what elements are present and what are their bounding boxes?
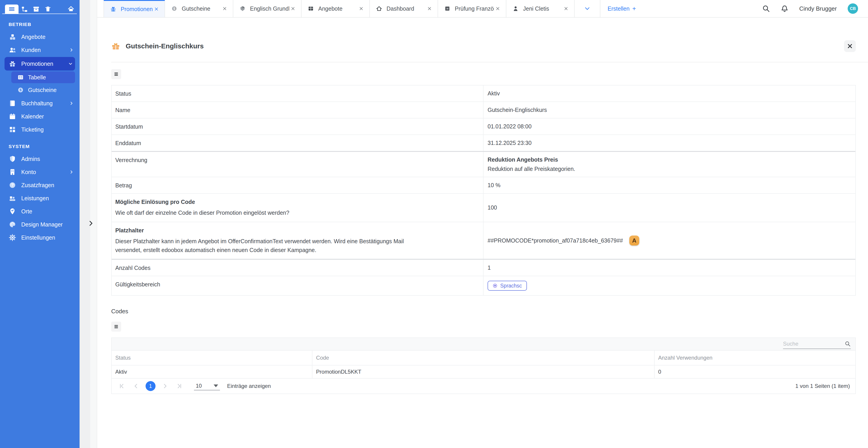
sidebar-subitem-label: Tabelle — [28, 74, 46, 81]
sidebar-item-kunden[interactable]: Kunden — [0, 43, 80, 57]
tabs-overflow-button[interactable] — [575, 0, 600, 17]
sidebar-item-label: Ticketing — [21, 126, 74, 133]
book-icon — [8, 99, 16, 107]
sidebar-item-design-manager[interactable]: Design Manager — [0, 218, 80, 231]
home-tool-button[interactable] — [65, 4, 77, 13]
column-header-code[interactable]: Code — [312, 351, 654, 365]
sidebar-item-zusatzfragen[interactable]: ? Zusatzfragen — [0, 179, 80, 192]
close-detail-button[interactable] — [844, 40, 856, 52]
codes-table: Status Code Anzahl Verwendungen Aktiv Pr… — [111, 338, 856, 394]
codes-pagination: 1 10 Einträge anzeigen 1 von 1 Seiten (1… — [112, 379, 855, 393]
column-header-verwendungen[interactable]: Anzahl Verwendungen — [655, 351, 855, 365]
bell-icon[interactable] — [781, 5, 788, 12]
codes-toolbar — [112, 338, 855, 351]
tab-label: Angebote — [318, 5, 358, 12]
tab-label: Promotionen — [121, 6, 153, 12]
sidebar-item-angebote[interactable]: Angebote — [0, 30, 80, 43]
sidebar-item-orte[interactable]: Orte — [0, 205, 80, 218]
detail-menu-button[interactable] — [111, 69, 121, 79]
tab-angebote[interactable]: Angebote — [302, 0, 370, 17]
page-title: Gutschein-Englischkurs — [126, 42, 204, 50]
tab-dashboard[interactable]: Dashboard — [370, 0, 438, 17]
panel-gutter — [80, 0, 97, 448]
tab-label: Prüfung Französi... — [455, 5, 494, 12]
sidebar-item-konto[interactable]: Konto — [0, 165, 80, 179]
presentation-icon — [444, 5, 451, 12]
sidebar-item-leistungen[interactable]: Leistungen — [0, 192, 80, 205]
row-value: Reduktion Angebots Preis Reduktion auf a… — [484, 152, 855, 177]
archive-tool-button[interactable] — [30, 4, 42, 13]
user-name[interactable]: Cindy Brugger — [799, 5, 837, 12]
gear-icon — [8, 234, 16, 242]
close-icon[interactable] — [426, 5, 433, 12]
chevron-down-icon — [68, 61, 73, 66]
search-icon[interactable] — [762, 5, 770, 12]
sitemap-icon — [21, 6, 28, 12]
close-icon[interactable] — [494, 5, 501, 12]
avatar[interactable]: CB — [848, 3, 858, 14]
table-icon — [17, 74, 24, 81]
codes-table-row[interactable]: Aktiv PromotionDL5KKT 0 — [112, 365, 855, 379]
row-label: Verrechnung — [112, 152, 484, 177]
sidebar-item-label: Kalender — [21, 113, 74, 120]
tab-label: Gutscheine — [182, 5, 221, 12]
sidebar-item-label: Admins — [21, 156, 74, 162]
page-size-select[interactable]: 10 — [194, 382, 220, 390]
close-icon[interactable] — [221, 5, 228, 12]
row-label-title: Mögliche Einlösung pro Code — [115, 199, 479, 205]
previous-page-button[interactable] — [131, 381, 141, 391]
tab-pruefung-franzoesisch[interactable]: Prüfung Französi... — [438, 0, 506, 17]
trash-tool-button[interactable] — [42, 4, 54, 13]
sidebar-subitem-gutscheine[interactable]: $ Gutscheine — [11, 84, 75, 96]
current-page-button[interactable]: 1 — [146, 381, 156, 391]
sidebar-item-label: Buchhaltung — [21, 100, 69, 107]
first-page-button[interactable] — [117, 381, 127, 391]
row-value: 100 — [484, 194, 855, 222]
chevron-right-icon — [69, 169, 74, 175]
tab-gutscheine[interactable]: $ Gutscheine — [165, 0, 233, 17]
last-page-button[interactable] — [175, 381, 184, 391]
sitemap-tool-button[interactable] — [19, 4, 30, 13]
close-icon[interactable] — [562, 5, 569, 12]
entries-label: Einträge anzeigen — [227, 383, 271, 389]
row-label: Mögliche Einlösung pro Code Wie oft darf… — [112, 194, 484, 222]
row-value: ##PROMOCODE*promotion_af07a718c4eb_63679… — [484, 222, 855, 259]
row-label-description: Wie oft darf der einzelne Code in dieser… — [115, 209, 405, 217]
sidebar-item-kalender[interactable]: Kalender — [0, 110, 80, 123]
gift-icon — [110, 6, 117, 12]
plus-icon: + — [632, 5, 636, 12]
row-value: 1 — [484, 260, 855, 276]
detail-row-name: Name Gutschein-Englischkurs — [112, 101, 855, 118]
cube-icon — [239, 5, 246, 12]
codes-searchbox — [783, 339, 851, 349]
sidebar-item-ticketing[interactable]: Ticketing — [0, 123, 80, 136]
search-icon[interactable] — [844, 341, 851, 347]
codes-menu-button[interactable] — [111, 322, 121, 331]
close-icon[interactable] — [153, 5, 160, 13]
svg-text:?: ? — [11, 183, 13, 187]
tab-englisch-grundl[interactable]: Englisch Grundl... — [233, 0, 302, 17]
tab-promotionen[interactable]: Promotionen — [103, 0, 165, 17]
badge-dollar-icon: $ — [17, 87, 24, 93]
close-icon[interactable] — [358, 5, 365, 12]
tab-jeni-cletis[interactable]: Jeni Cletis — [506, 0, 575, 17]
sidebar-item-buchhaltung[interactable]: Buchhaltung — [0, 97, 80, 110]
close-icon[interactable] — [289, 5, 297, 12]
person-icon — [512, 5, 519, 12]
sidebar-menu-button[interactable] — [5, 4, 19, 13]
sidebar-item-label: Einstellungen — [21, 234, 74, 241]
sidebar-item-promotionen[interactable]: Promotionen — [4, 57, 75, 70]
tab-label: Jeni Cletis — [523, 5, 562, 12]
sidebar-item-einstellungen[interactable]: Einstellungen — [0, 231, 80, 244]
sidebar-expand-handle[interactable] — [86, 218, 96, 228]
sidebar-item-admins[interactable]: Admins — [0, 152, 80, 165]
pagination-summary: 1 von 1 Seiten (1 item) — [796, 383, 850, 389]
next-page-button[interactable] — [160, 381, 170, 391]
row-label: Gültigkeitsbereich — [112, 276, 484, 295]
create-tab-button[interactable]: Erstellen + — [600, 0, 643, 17]
avatar-badge[interactable]: A — [629, 235, 639, 246]
sidebar-subitem-tabelle[interactable]: Tabelle — [11, 71, 75, 83]
search-input[interactable] — [783, 341, 841, 347]
column-header-status[interactable]: Status — [112, 351, 312, 365]
sprachschule-chip[interactable]: Sprachsc — [488, 281, 527, 291]
